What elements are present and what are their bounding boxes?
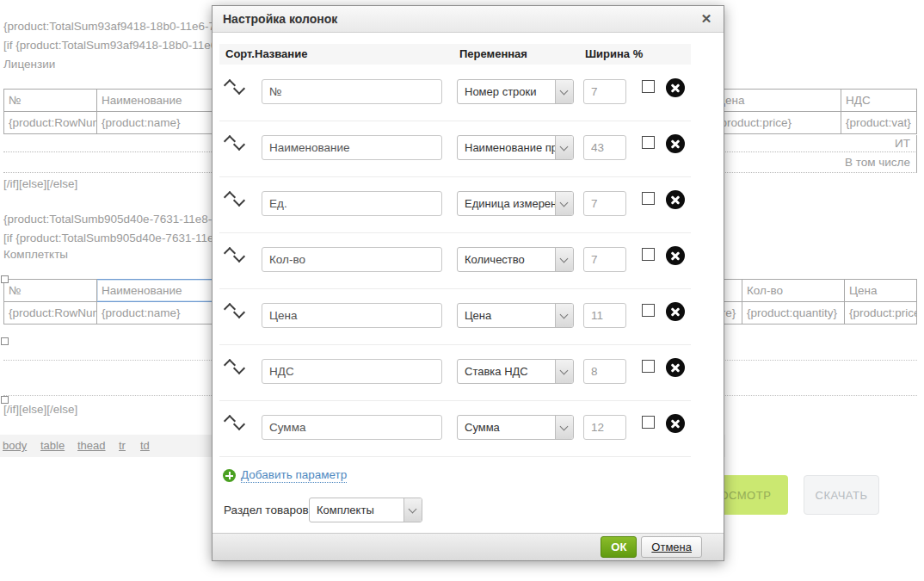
variable-select[interactable]: Номер строки bbox=[457, 79, 574, 104]
sort-arrows bbox=[225, 189, 249, 211]
column-row: Сумма bbox=[219, 401, 691, 457]
column-name-input[interactable] bbox=[262, 415, 442, 440]
variable-select-value: Сумма bbox=[465, 416, 555, 439]
chevron-down-icon bbox=[555, 304, 573, 327]
variable-select-value: Наименование продукта bbox=[465, 136, 555, 159]
columns-header-row: Сорт. Название Переменная Ширина % bbox=[219, 44, 691, 65]
column-row: Номер строки bbox=[219, 65, 691, 121]
breadcrumb-item-tr[interactable]: tr bbox=[119, 435, 126, 457]
sort-arrows bbox=[225, 77, 249, 99]
table-cell: № bbox=[4, 90, 97, 112]
delete-column-icon[interactable] bbox=[666, 134, 685, 153]
column-settings-dialog: Настройка колонок ✕ Сорт. Название Перем… bbox=[212, 5, 724, 561]
table-cell: {product:vat} bbox=[841, 112, 917, 134]
variable-select[interactable]: Наименование продукта bbox=[457, 135, 574, 160]
download-button[interactable]: СКАЧАТЬ bbox=[804, 475, 879, 515]
table-cell: Кол-во bbox=[742, 280, 845, 302]
close-icon[interactable]: ✕ bbox=[698, 10, 715, 28]
chevron-down-icon bbox=[555, 136, 573, 159]
ok-button[interactable]: ОК bbox=[601, 536, 637, 558]
resize-handle[interactable] bbox=[1, 275, 9, 283]
column-checkbox[interactable] bbox=[642, 136, 655, 149]
table-cell: {product:price} bbox=[712, 112, 841, 134]
breadcrumb-item-body[interactable]: body bbox=[3, 435, 27, 457]
header-name-label: Название bbox=[255, 44, 307, 65]
column-rows: Номер строки Наименование продукта bbox=[219, 65, 691, 457]
column-checkbox[interactable] bbox=[642, 304, 655, 317]
product-section-value: Комплекты bbox=[317, 498, 403, 522]
sort-arrows bbox=[225, 300, 249, 323]
chevron-down-icon bbox=[555, 80, 573, 103]
plus-circle-icon bbox=[223, 469, 236, 482]
chevron-down-icon bbox=[403, 498, 422, 522]
column-width-input[interactable] bbox=[583, 79, 626, 104]
product-section-select[interactable]: Комплекты bbox=[309, 498, 422, 522]
variable-select-value: Номер строки bbox=[465, 80, 555, 103]
variable-select[interactable]: Количество bbox=[457, 247, 574, 272]
chevron-down-icon bbox=[555, 360, 573, 383]
column-name-input[interactable] bbox=[262, 191, 442, 216]
product-section-label: Раздел товаров bbox=[224, 498, 309, 522]
column-checkbox[interactable] bbox=[642, 360, 655, 373]
dialog-title: Настройка колонок bbox=[223, 6, 337, 32]
variable-select-value: Ставка НДС bbox=[465, 360, 555, 383]
chevron-down-icon bbox=[555, 192, 573, 215]
column-width-input[interactable] bbox=[583, 303, 626, 328]
column-checkbox[interactable] bbox=[642, 248, 655, 261]
chevron-down-icon bbox=[555, 248, 573, 271]
resize-handle[interactable] bbox=[1, 337, 9, 345]
sort-arrows bbox=[225, 244, 249, 267]
column-name-input[interactable] bbox=[262, 79, 442, 104]
column-name-input[interactable] bbox=[262, 303, 442, 328]
cancel-button[interactable]: Отмена bbox=[641, 536, 702, 558]
column-checkbox[interactable] bbox=[642, 80, 655, 93]
header-variable-label: Переменная bbox=[459, 44, 527, 65]
column-checkbox[interactable] bbox=[642, 416, 655, 429]
delete-column-icon[interactable] bbox=[666, 190, 685, 209]
dialog-header: Настройка колонок ✕ bbox=[213, 6, 724, 33]
table-cell: {product:RowNum} bbox=[4, 302, 97, 324]
table-cell: {product:price} bbox=[845, 302, 917, 324]
column-width-input[interactable] bbox=[583, 191, 626, 216]
template-line: {product:TotalSumb905d40e-7631-11e8-91 bbox=[3, 212, 225, 227]
delete-column-icon[interactable] bbox=[666, 358, 685, 377]
column-width-input[interactable] bbox=[583, 415, 626, 440]
sort-arrows bbox=[225, 412, 249, 435]
delete-column-icon[interactable] bbox=[666, 414, 685, 433]
breadcrumb-item-thead[interactable]: thead bbox=[77, 435, 106, 457]
column-row: Количество bbox=[219, 233, 691, 289]
column-width-input[interactable] bbox=[583, 359, 626, 384]
header-sort-label: Сорт. bbox=[225, 44, 255, 65]
column-width-input[interactable] bbox=[583, 247, 626, 272]
column-name-input[interactable] bbox=[262, 359, 442, 384]
variable-select[interactable]: Единица измерения bbox=[457, 191, 574, 216]
table-cell: Цена bbox=[712, 90, 841, 112]
table-cell: {product:RowNum} bbox=[4, 112, 97, 134]
variable-select[interactable]: Цена bbox=[457, 303, 574, 328]
column-row: Ставка НДС bbox=[219, 345, 691, 401]
chevron-down-icon bbox=[555, 416, 573, 439]
delete-column-icon[interactable] bbox=[666, 78, 685, 97]
column-width-input[interactable] bbox=[583, 135, 626, 160]
column-checkbox[interactable] bbox=[642, 192, 655, 205]
column-name-input[interactable] bbox=[262, 247, 442, 272]
breadcrumb-item-table[interactable]: table bbox=[40, 435, 65, 457]
variable-select-value: Единица измерения bbox=[465, 192, 555, 215]
header-width-label: Ширина % bbox=[585, 44, 643, 65]
dialog-footer: ОК Отмена bbox=[213, 533, 724, 560]
sort-arrows bbox=[225, 356, 249, 379]
variable-select[interactable]: Сумма bbox=[457, 415, 574, 440]
product-section-row: Раздел товаров Комплекты bbox=[224, 498, 482, 523]
template-section-title: Комплеткты bbox=[3, 247, 68, 263]
delete-column-icon[interactable] bbox=[666, 302, 685, 321]
table-cell: № bbox=[4, 280, 97, 302]
variable-select[interactable]: Ставка НДС bbox=[457, 359, 574, 384]
breadcrumb-item-td[interactable]: td bbox=[140, 435, 150, 457]
delete-column-icon[interactable] bbox=[666, 246, 685, 265]
table-cell: {product:quantity} bbox=[742, 302, 845, 324]
column-row: Цена bbox=[219, 289, 691, 345]
table-border bbox=[916, 135, 917, 173]
variable-select-value: Количество bbox=[465, 248, 555, 271]
column-name-input[interactable] bbox=[262, 135, 442, 160]
add-parameter-label: Добавить параметр bbox=[241, 468, 347, 483]
